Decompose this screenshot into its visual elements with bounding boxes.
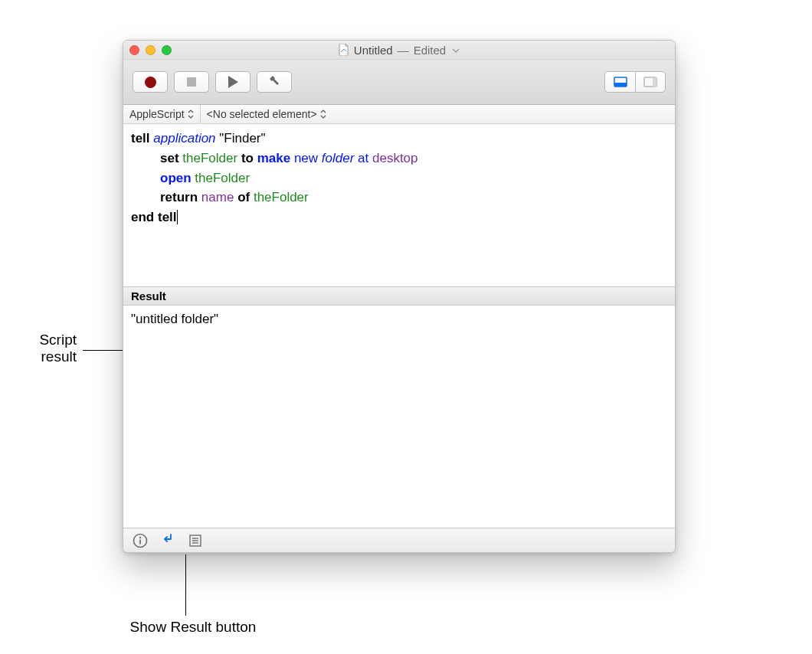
editor-view-icon xyxy=(614,77,627,87)
document-icon xyxy=(339,44,349,56)
svg-point-5 xyxy=(139,536,141,538)
annotation-line-show-result xyxy=(185,554,186,616)
up-down-icon xyxy=(320,110,326,119)
language-selector[interactable]: AppleScript xyxy=(123,105,201,123)
bottom-bar xyxy=(123,528,675,552)
svg-rect-1 xyxy=(614,83,627,87)
annotation-line-script-result xyxy=(83,350,123,351)
result-pane-header: Result xyxy=(123,286,675,306)
compile-button[interactable] xyxy=(257,71,292,93)
show-result-button[interactable] xyxy=(159,531,177,550)
stop-icon xyxy=(187,77,196,87)
hammer-icon xyxy=(267,74,281,90)
description-button[interactable] xyxy=(131,531,149,550)
result-pane[interactable]: "untitled folder" xyxy=(123,306,675,528)
accessory-view-icon xyxy=(643,77,657,87)
result-value: "untitled folder" xyxy=(131,312,218,326)
record-button[interactable] xyxy=(133,71,168,93)
document-status: Edited xyxy=(414,44,447,57)
svg-rect-6 xyxy=(139,539,141,544)
stop-button[interactable] xyxy=(174,71,209,93)
view-accessory-button[interactable] xyxy=(635,71,666,93)
svg-rect-3 xyxy=(653,77,656,87)
view-mode-segmented xyxy=(604,71,666,93)
chevron-down-icon xyxy=(452,45,460,54)
titlebar: Untitled — Edited xyxy=(123,41,675,60)
toolbar xyxy=(123,60,675,105)
annotation-show-result-button: Show Result button xyxy=(101,619,285,636)
document-name: Untitled xyxy=(354,44,393,57)
window-title[interactable]: Untitled — Edited xyxy=(123,44,675,57)
annotation-script-result: Script result xyxy=(0,332,77,365)
record-icon xyxy=(145,77,156,88)
navigation-bar: AppleScript <No selected element> xyxy=(123,105,675,124)
view-editor-button[interactable] xyxy=(604,71,635,93)
script-editor-window: Untitled — Edited xyxy=(123,40,676,553)
up-down-icon xyxy=(188,110,194,119)
element-selector[interactable]: <No selected element> xyxy=(201,105,332,123)
play-icon xyxy=(228,76,238,88)
run-button[interactable] xyxy=(215,71,250,93)
info-icon xyxy=(133,533,148,548)
return-icon xyxy=(160,531,175,550)
show-log-button[interactable] xyxy=(186,531,205,550)
log-icon xyxy=(188,534,202,548)
script-editor[interactable]: tell application "Finder" set theFolder … xyxy=(123,124,675,286)
